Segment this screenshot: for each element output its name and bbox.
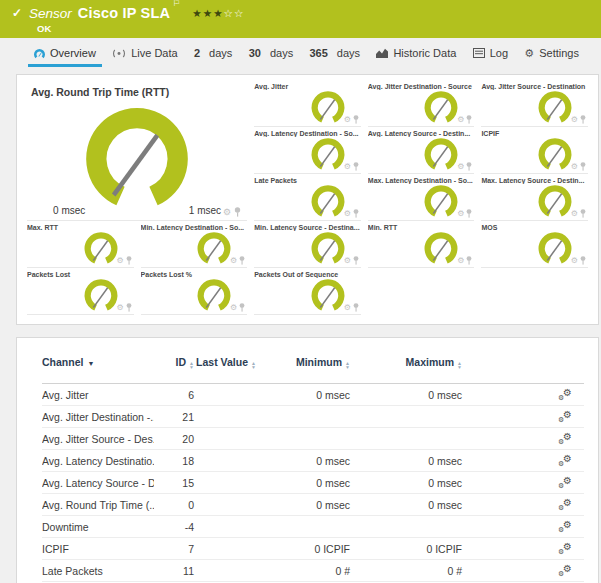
pin-icon[interactable] [126,256,132,265]
tab-overview[interactable]: Overview [26,38,104,68]
cell-channel[interactable]: Avg. Jitter Destination -... [42,411,154,423]
col-header-maximum[interactable]: Maximum▲▼ [350,356,462,369]
cell-id: 18 [154,455,194,467]
gear-icon[interactable]: ⚙ [571,116,578,124]
gear-icon[interactable]: ⚙ [457,163,464,171]
tab-2-days[interactable]: 2days [186,38,240,68]
channel-settings-icon[interactable]: ⚙⚙ [559,520,572,532]
table-row[interactable]: Avg. Jitter 6 0 msec 0 msec ⚙⚙ [42,384,584,406]
channel-settings-icon[interactable]: ⚙⚙ [559,498,572,510]
gear-icon[interactable]: ⚙ [344,210,351,218]
gauge-panel: Late Packets ⚙ [254,174,361,221]
tab-num: 2 [194,47,200,59]
cell-channel[interactable]: ICPIF [42,543,154,555]
gauge-dial [535,135,575,171]
pin-icon[interactable] [466,256,472,265]
gauge-panel: ICPIF ⚙ [481,127,588,174]
col-header-id[interactable]: ID▲▼ [154,356,194,369]
tab-log[interactable]: Log [465,38,516,68]
table-row[interactable]: Avg. Latency Destinatio... 18 0 msec 0 m… [42,450,584,472]
col-header-channel[interactable]: Channel▼ [42,356,154,368]
cell-maximum: 0 # [350,565,462,577]
cell-channel[interactable]: Avg. Jitter Source - Des... [42,433,154,445]
pin-icon[interactable] [353,115,359,124]
gauge-panel: Packets Lost ⚙ [27,268,134,315]
historic-chart-icon [376,48,388,58]
table-row[interactable]: Avg. Round Trip Time (... 0 0 msec 0 mse… [42,494,584,516]
gear-icon[interactable]: ⚙ [116,304,123,312]
gauge-panel: Max. RTT ⚙ [27,221,134,268]
gauge-dial [81,276,121,312]
gear-icon[interactable]: ⚙ [344,163,351,171]
cell-maximum: 0 msec [350,389,462,401]
tab-historic-data[interactable]: Historic Data [368,38,464,68]
gauge-dial [421,88,461,124]
pin-icon[interactable] [466,115,472,124]
gauge-panel: Packets Lost % ⚙ [141,268,248,315]
cell-channel[interactable]: Downtime [42,521,154,533]
cell-channel[interactable]: Avg. Latency Source - D... [42,477,154,489]
gauge-panel: Min. Latency Destination - So... ⚙ [141,221,248,268]
tab-settings[interactable]: ⚙ Settings [516,38,587,68]
channel-settings-icon[interactable]: ⚙⚙ [559,410,572,422]
pin-icon[interactable] [580,209,586,218]
table-row[interactable]: Downtime -4 ⚙⚙ [42,516,584,538]
gear-icon[interactable]: ⚙ [230,257,237,265]
gear-icon[interactable]: ⚙ [230,304,237,312]
gear-icon[interactable]: ⚙ [344,304,351,312]
channel-settings-icon[interactable]: ⚙⚙ [559,542,572,554]
cell-channel[interactable]: Avg. Latency Destinatio... [42,455,154,467]
table-row[interactable]: ICPIF 7 0 ICPIF 0 ICPIF ⚙⚙ [42,538,584,560]
pin-icon[interactable] [239,256,245,265]
overview-gauge-icon [34,48,45,59]
gauge-dial [308,229,348,265]
cell-channel[interactable]: Late Packets [42,565,154,577]
pin-icon[interactable] [353,256,359,265]
pin-icon[interactable] [580,162,586,171]
tab-30-days[interactable]: 30days [241,38,302,68]
pin-icon[interactable] [353,162,359,171]
channel-settings-icon[interactable]: ⚙⚙ [559,388,572,400]
table-row[interactable]: Avg. Jitter Source - Des... 20 ⚙⚙ [42,428,584,450]
log-list-icon [473,48,485,58]
pin-icon[interactable] [580,256,586,265]
priority-stars[interactable]: ★★★☆☆ [192,8,244,19]
channel-settings-icon[interactable]: ⚙⚙ [559,476,572,488]
col-header-last-value[interactable]: Last Value▲▼ [194,356,258,369]
pin-icon[interactable] [239,303,245,312]
gear-icon[interactable]: ⚙ [457,257,464,265]
pin-icon[interactable] [580,115,586,124]
table-row[interactable]: Avg. Latency Source - D... 15 0 msec 0 m… [42,472,584,494]
priority-flag-icon[interactable]: ⚐ [172,0,180,8]
pin-icon[interactable] [353,209,359,218]
pin-icon[interactable] [126,303,132,312]
cell-channel[interactable]: Avg. Round Trip Time (... [42,499,154,511]
col-header-minimum[interactable]: Minimum▲▼ [258,356,350,369]
cell-maximum: 0 msec [350,499,462,511]
tab-label: days [270,47,293,59]
gear-icon[interactable]: ⚙ [344,257,351,265]
cell-channel[interactable]: Avg. Jitter [42,389,154,401]
table-row[interactable]: Late Packets 11 0 # 0 # ⚙⚙ [42,560,584,582]
gear-icon[interactable]: ⚙ [571,257,578,265]
channel-settings-icon[interactable]: ⚙⚙ [559,454,572,466]
pin-icon[interactable] [353,303,359,312]
tab-365-days[interactable]: 365days [301,38,368,68]
cell-id: 15 [154,477,194,489]
channel-settings-icon[interactable]: ⚙⚙ [559,432,572,444]
table-row[interactable]: Avg. Jitter Destination -... 21 ⚙⚙ [42,406,584,428]
gauge-panel: MOS ⚙ [481,221,588,268]
gear-icon[interactable]: ⚙ [571,163,578,171]
channel-settings-icon[interactable]: ⚙⚙ [559,564,572,576]
gear-icon[interactable]: ⚙ [571,210,578,218]
pin-icon[interactable] [466,162,472,171]
gear-icon[interactable]: ⚙ [457,116,464,124]
cell-id: 0 [154,499,194,511]
gear-icon[interactable]: ⚙ [116,257,123,265]
gear-icon[interactable]: ⚙ [457,210,464,218]
pin-icon[interactable] [234,207,241,217]
gear-icon[interactable]: ⚙ [344,116,351,124]
gear-icon[interactable]: ⚙ [223,208,231,217]
tab-live-data[interactable]: Live Data [104,38,185,68]
pin-icon[interactable] [466,209,472,218]
